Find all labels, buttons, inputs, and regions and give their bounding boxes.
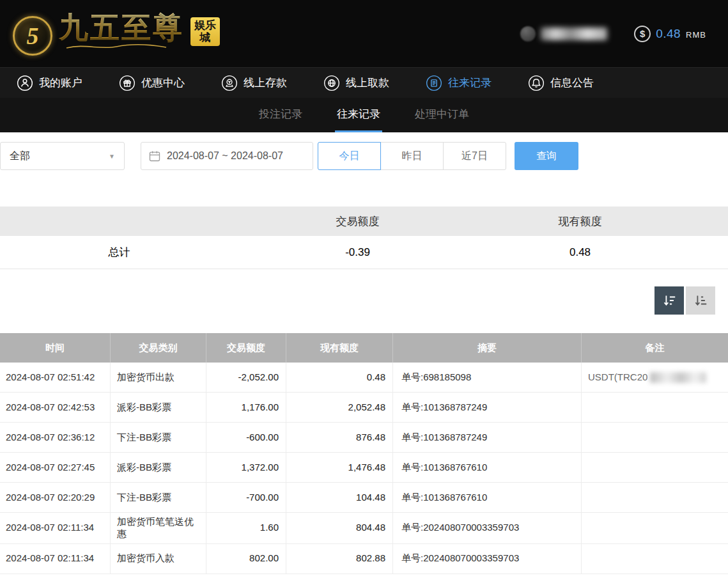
cell-amount: -700.00: [206, 483, 286, 512]
table-row: 2024-08-07 02:27:45 派彩-BB彩票 1,372.00 1,4…: [0, 453, 728, 483]
col-header-time: 时间: [0, 333, 111, 363]
summary-total-trade: -0.39: [238, 246, 477, 259]
yesterday-button[interactable]: 昨日: [380, 142, 444, 170]
today-button[interactable]: 今日: [318, 142, 381, 170]
sort-descending-button[interactable]: [654, 286, 684, 315]
cell-category: 加密货币出款: [111, 363, 206, 392]
cell-category: 派彩-BB彩票: [111, 393, 206, 422]
table-row: 2024-08-07 02:11:34 加密货币入款 802.00 802.88…: [0, 544, 728, 574]
sort-descending-icon: [662, 293, 677, 308]
tab-pending-orders[interactable]: 处理中订单: [413, 98, 471, 132]
cell-category: 加密货币入款: [111, 544, 206, 574]
date-range-input[interactable]: 2024-08-07 ~ 2024-08-07: [141, 142, 313, 170]
nav-label: 优惠中心: [141, 75, 185, 90]
calendar-icon: [148, 150, 161, 162]
cell-note: [582, 393, 728, 422]
nav-item-announcements[interactable]: 信息公告: [528, 75, 594, 91]
nav-label: 我的账户: [39, 75, 82, 90]
dollar-icon: $: [634, 26, 651, 42]
withdraw-globe-icon: [323, 75, 340, 91]
nav-item-my-account[interactable]: 我的账户: [17, 75, 82, 91]
cell-time: 2024-08-07 02:42:53: [0, 393, 111, 422]
summary-total-label: 总计: [0, 245, 238, 260]
nav-item-promotions[interactable]: 优惠中心: [119, 75, 185, 91]
records-header-row: 时间 交易类别 交易额度 现有额度 摘要 备注: [0, 333, 728, 363]
cell-summary: 单号:101368767610: [393, 483, 582, 512]
main-nav: 我的账户 优惠中心 线上存款 线上取款 往来记录: [0, 67, 728, 98]
col-header-category: 交易类别: [111, 333, 206, 363]
brand-title: 九五至尊: [59, 12, 184, 45]
summary-total-balance: 0.48: [477, 246, 728, 259]
cell-summary: 单号:101368767610: [393, 453, 582, 482]
avatar: [520, 26, 536, 42]
cell-note: [582, 423, 728, 452]
tab-bet-records[interactable]: 投注记录: [257, 98, 304, 132]
date-range-value: 2024-08-07 ~ 2024-08-07: [167, 150, 283, 162]
nav-label: 线上取款: [346, 75, 389, 90]
user-icon: [17, 75, 33, 91]
brand-logo[interactable]: 5 九五至尊 娱乐城: [13, 12, 220, 56]
cell-amount: -600.00: [206, 423, 286, 452]
col-header-summary: 摘要: [393, 333, 582, 363]
cell-note: [582, 513, 728, 543]
cell-summary: 单号:101368787249: [393, 423, 582, 452]
nav-item-deposit[interactable]: 线上存款: [221, 75, 287, 91]
table-row: 2024-08-07 02:11:34 加密货币笔笔送优惠 1.60 804.4…: [0, 513, 728, 544]
cell-amount: 1,176.00: [206, 393, 286, 422]
cell-note: USDT(TRC20: [582, 363, 728, 392]
bell-icon: [528, 75, 545, 91]
cell-summary: 单号:202408070003359703: [393, 544, 582, 574]
nav-item-transactions[interactable]: 往来记录: [426, 75, 492, 91]
username-blur-block: [541, 27, 607, 40]
summary-header-balance: 现有额度: [477, 214, 728, 229]
type-select[interactable]: 全部 ▼: [0, 142, 125, 170]
cell-balance: 0.48: [286, 363, 393, 392]
search-button[interactable]: 查询: [515, 142, 578, 170]
cell-balance: 804.48: [286, 513, 393, 543]
username-masked: [520, 26, 607, 42]
note-blur-block: [650, 372, 706, 383]
sub-nav: 投注记录 往来记录 处理中订单: [0, 98, 728, 132]
filter-bar: 全部 ▼ 2024-08-07 ~ 2024-08-07 今日 昨日 近7日 查…: [0, 141, 728, 171]
cell-note: [582, 453, 728, 482]
table-row: 2024-08-07 02:20:29 下注-BB彩票 -700.00 104.…: [0, 483, 728, 513]
sort-ascending-icon: [693, 293, 708, 308]
tab-transaction-records[interactable]: 往来记录: [335, 98, 382, 132]
cell-time: 2024-08-07 02:27:45: [0, 453, 111, 482]
table-row: 2024-08-07 02:42:53 派彩-BB彩票 1,176.00 2,0…: [0, 393, 728, 423]
sort-ascending-button[interactable]: [686, 286, 715, 315]
quick-range-group: 今日 昨日 近7日: [318, 142, 506, 170]
col-header-balance: 现有额度: [286, 333, 393, 363]
balance-display: $ 0.48 RMB: [634, 26, 706, 42]
summary-table: 交易额度 现有额度 总计 -0.39 0.48: [0, 207, 728, 269]
cell-balance: 802.88: [286, 544, 393, 574]
cell-balance: 876.48: [286, 423, 393, 452]
chevron-down-icon: ▼: [109, 153, 115, 160]
cell-category: 加密货币笔笔送优惠: [111, 513, 206, 543]
cell-summary: 单号:202408070003359703: [393, 513, 582, 543]
type-select-value: 全部: [10, 150, 30, 163]
gift-icon: [119, 75, 136, 91]
balance-currency: RMB: [686, 30, 706, 40]
cell-summary: 单号:101368787249: [393, 393, 582, 422]
cell-amount: 1.60: [206, 513, 286, 543]
sort-toolbar: [0, 286, 715, 315]
brand-subtitle: 娱乐城: [190, 17, 220, 46]
top-header: 5 九五至尊 娱乐城 $ 0.48 RMB: [0, 0, 728, 67]
cell-note: [582, 483, 728, 512]
cell-time: 2024-08-07 02:11:34: [0, 513, 111, 543]
summary-header-row: 交易额度 现有额度: [0, 207, 728, 236]
brand-emblem-icon: 5: [13, 16, 52, 56]
cell-note: [582, 544, 728, 574]
cell-time: 2024-08-07 02:51:42: [0, 363, 111, 392]
nav-item-withdraw[interactable]: 线上取款: [323, 75, 389, 91]
cell-category: 派彩-BB彩票: [111, 453, 206, 482]
nav-label: 往来记录: [448, 75, 492, 90]
table-row: 2024-08-07 02:51:42 加密货币出款 -2,052.00 0.4…: [0, 363, 728, 393]
last7days-button[interactable]: 近7日: [443, 142, 506, 170]
cell-summary: 单号:698185098: [393, 363, 582, 392]
user-area: $ 0.48 RMB: [520, 26, 706, 42]
records-table: 时间 交易类别 交易额度 现有额度 摘要 备注 2024-08-07 02:51…: [0, 333, 728, 574]
cell-amount: 1,372.00: [206, 453, 286, 482]
nav-label: 线上存款: [244, 75, 287, 90]
